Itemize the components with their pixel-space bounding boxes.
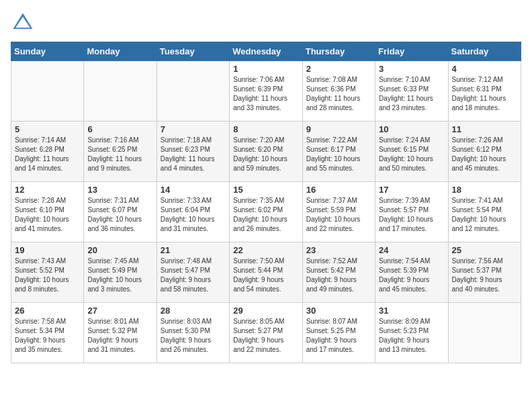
calendar-week-row: 12Sunrise: 7:28 AM Sunset: 6:10 PM Dayli…: [11, 182, 521, 242]
calendar-cell: 7Sunrise: 7:18 AM Sunset: 6:23 PM Daylig…: [157, 122, 229, 182]
day-number: 12: [15, 185, 80, 195]
day-info: Sunrise: 7:33 AM Sunset: 6:04 PM Dayligh…: [161, 196, 226, 234]
day-number: 22: [233, 245, 298, 255]
calendar-cell: [448, 303, 521, 363]
calendar-cell: 3Sunrise: 7:10 AM Sunset: 6:33 PM Daylig…: [375, 61, 448, 122]
calendar-cell: 11Sunrise: 7:26 AM Sunset: 6:12 PM Dayli…: [448, 122, 521, 182]
calendar-cell: 13Sunrise: 7:31 AM Sunset: 6:07 PM Dayli…: [84, 182, 157, 242]
calendar-cell: [11, 61, 84, 122]
day-number: 31: [379, 306, 444, 316]
calendar-cell: 12Sunrise: 7:28 AM Sunset: 6:10 PM Dayli…: [11, 182, 84, 242]
day-info: Sunrise: 7:41 AM Sunset: 5:54 PM Dayligh…: [452, 196, 517, 234]
calendar-cell: 27Sunrise: 8:01 AM Sunset: 5:32 PM Dayli…: [84, 303, 157, 363]
day-number: 5: [15, 124, 80, 134]
day-number: 24: [379, 245, 444, 255]
calendar-cell: [84, 61, 157, 122]
calendar-week-row: 5Sunrise: 7:14 AM Sunset: 6:28 PM Daylig…: [11, 122, 521, 182]
day-number: 1: [233, 64, 298, 74]
logo: [11, 11, 38, 35]
day-info: Sunrise: 7:48 AM Sunset: 5:47 PM Dayligh…: [161, 257, 226, 294]
calendar-table: SundayMondayTuesdayWednesdayThursdayFrid…: [11, 42, 521, 363]
day-info: Sunrise: 8:05 AM Sunset: 5:27 PM Dayligh…: [233, 317, 298, 355]
day-info: Sunrise: 7:14 AM Sunset: 6:28 PM Dayligh…: [15, 136, 80, 173]
day-number: 20: [87, 245, 152, 255]
day-number: 9: [306, 124, 371, 134]
calendar-week-row: 26Sunrise: 7:58 AM Sunset: 5:34 PM Dayli…: [11, 303, 521, 363]
calendar-cell: 9Sunrise: 7:22 AM Sunset: 6:17 PM Daylig…: [302, 122, 375, 182]
day-number: 23: [306, 245, 371, 255]
day-number: 11: [452, 124, 517, 134]
calendar-cell: 2Sunrise: 7:08 AM Sunset: 6:36 PM Daylig…: [302, 61, 375, 122]
weekday-header-wednesday: Wednesday: [230, 42, 302, 61]
weekday-header-tuesday: Tuesday: [157, 42, 229, 61]
calendar-week-row: 19Sunrise: 7:43 AM Sunset: 5:52 PM Dayli…: [11, 242, 521, 303]
day-number: 16: [306, 185, 371, 195]
day-info: Sunrise: 7:31 AM Sunset: 6:07 PM Dayligh…: [87, 196, 152, 234]
day-number: 29: [233, 306, 298, 316]
calendar-cell: 24Sunrise: 7:54 AM Sunset: 5:39 PM Dayli…: [375, 242, 448, 303]
day-number: 6: [87, 124, 152, 134]
calendar-cell: 5Sunrise: 7:14 AM Sunset: 6:28 PM Daylig…: [11, 122, 84, 182]
day-number: 25: [452, 245, 517, 255]
calendar-cell: [157, 61, 229, 122]
day-number: 30: [306, 306, 371, 316]
day-info: Sunrise: 8:09 AM Sunset: 5:23 PM Dayligh…: [379, 317, 444, 355]
calendar-cell: 29Sunrise: 8:05 AM Sunset: 5:27 PM Dayli…: [230, 303, 302, 363]
weekday-header-thursday: Thursday: [302, 42, 375, 61]
day-info: Sunrise: 7:24 AM Sunset: 6:15 PM Dayligh…: [379, 136, 444, 173]
day-info: Sunrise: 7:35 AM Sunset: 6:02 PM Dayligh…: [233, 196, 298, 234]
day-number: 8: [233, 124, 298, 134]
day-info: Sunrise: 7:50 AM Sunset: 5:44 PM Dayligh…: [233, 257, 298, 294]
day-number: 3: [379, 64, 444, 74]
calendar-cell: 6Sunrise: 7:16 AM Sunset: 6:25 PM Daylig…: [84, 122, 157, 182]
day-info: Sunrise: 7:45 AM Sunset: 5:49 PM Dayligh…: [87, 257, 152, 294]
day-info: Sunrise: 7:37 AM Sunset: 5:59 PM Dayligh…: [306, 196, 371, 234]
weekday-header-monday: Monday: [84, 42, 157, 61]
calendar-cell: 17Sunrise: 7:39 AM Sunset: 5:57 PM Dayli…: [375, 182, 448, 242]
day-info: Sunrise: 7:26 AM Sunset: 6:12 PM Dayligh…: [452, 136, 517, 173]
day-number: 4: [452, 64, 517, 74]
weekday-header-sunday: Sunday: [11, 42, 84, 61]
day-info: Sunrise: 7:28 AM Sunset: 6:10 PM Dayligh…: [15, 196, 80, 234]
day-number: 28: [161, 306, 226, 316]
day-info: Sunrise: 7:39 AM Sunset: 5:57 PM Dayligh…: [379, 196, 444, 234]
day-info: Sunrise: 7:12 AM Sunset: 6:31 PM Dayligh…: [452, 75, 517, 113]
calendar-cell: 14Sunrise: 7:33 AM Sunset: 6:04 PM Dayli…: [157, 182, 229, 242]
day-info: Sunrise: 7:10 AM Sunset: 6:33 PM Dayligh…: [379, 75, 444, 113]
day-info: Sunrise: 7:43 AM Sunset: 5:52 PM Dayligh…: [15, 257, 80, 294]
day-number: 27: [87, 306, 152, 316]
day-number: 17: [379, 185, 444, 195]
day-number: 18: [452, 185, 517, 195]
calendar-cell: 1Sunrise: 7:06 AM Sunset: 6:39 PM Daylig…: [230, 61, 302, 122]
day-info: Sunrise: 7:18 AM Sunset: 6:23 PM Dayligh…: [161, 136, 226, 173]
calendar-cell: 19Sunrise: 7:43 AM Sunset: 5:52 PM Dayli…: [11, 242, 84, 303]
weekday-header-friday: Friday: [375, 42, 448, 61]
calendar-cell: 28Sunrise: 8:03 AM Sunset: 5:30 PM Dayli…: [157, 303, 229, 363]
weekday-header-saturday: Saturday: [448, 42, 521, 61]
calendar-cell: 16Sunrise: 7:37 AM Sunset: 5:59 PM Dayli…: [302, 182, 375, 242]
day-info: Sunrise: 8:07 AM Sunset: 5:25 PM Dayligh…: [306, 317, 371, 355]
day-info: Sunrise: 7:20 AM Sunset: 6:20 PM Dayligh…: [233, 136, 298, 173]
calendar-cell: 4Sunrise: 7:12 AM Sunset: 6:31 PM Daylig…: [448, 61, 521, 122]
day-number: 2: [306, 64, 371, 74]
day-info: Sunrise: 8:01 AM Sunset: 5:32 PM Dayligh…: [87, 317, 152, 355]
calendar-cell: 8Sunrise: 7:20 AM Sunset: 6:20 PM Daylig…: [230, 122, 302, 182]
page-header: [11, 11, 521, 35]
calendar-cell: 25Sunrise: 7:56 AM Sunset: 5:37 PM Dayli…: [448, 242, 521, 303]
calendar-cell: 20Sunrise: 7:45 AM Sunset: 5:49 PM Dayli…: [84, 242, 157, 303]
day-info: Sunrise: 7:06 AM Sunset: 6:39 PM Dayligh…: [233, 75, 298, 113]
day-info: Sunrise: 7:56 AM Sunset: 5:37 PM Dayligh…: [452, 257, 517, 294]
day-info: Sunrise: 8:03 AM Sunset: 5:30 PM Dayligh…: [161, 317, 226, 355]
day-number: 13: [87, 185, 152, 195]
day-number: 21: [161, 245, 226, 255]
calendar-cell: 22Sunrise: 7:50 AM Sunset: 5:44 PM Dayli…: [230, 242, 302, 303]
day-number: 19: [15, 245, 80, 255]
day-number: 15: [233, 185, 298, 195]
calendar-cell: 30Sunrise: 8:07 AM Sunset: 5:25 PM Dayli…: [302, 303, 375, 363]
calendar-cell: 21Sunrise: 7:48 AM Sunset: 5:47 PM Dayli…: [157, 242, 229, 303]
day-number: 7: [161, 124, 226, 134]
calendar-week-row: 1Sunrise: 7:06 AM Sunset: 6:39 PM Daylig…: [11, 61, 521, 122]
weekday-header-row: SundayMondayTuesdayWednesdayThursdayFrid…: [11, 42, 521, 61]
logo-icon: [11, 11, 35, 35]
day-info: Sunrise: 7:08 AM Sunset: 6:36 PM Dayligh…: [306, 75, 371, 113]
